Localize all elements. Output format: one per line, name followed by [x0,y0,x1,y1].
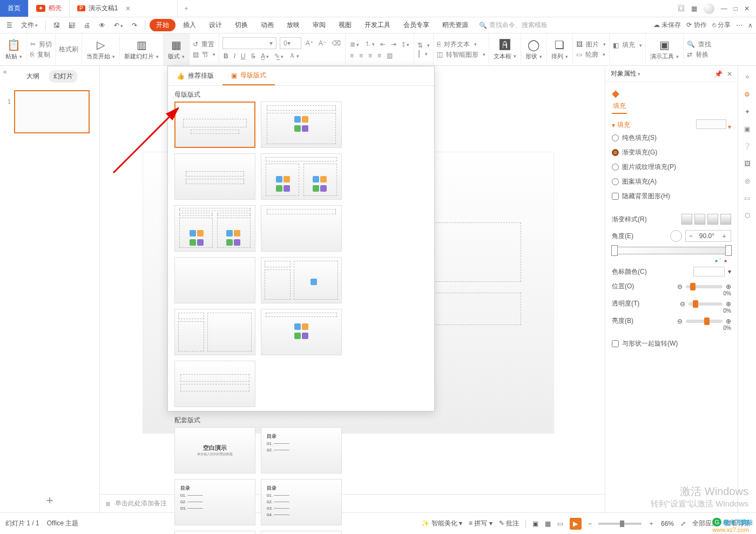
redo-icon[interactable]: ↷ [129,19,140,31]
view-sorter-icon[interactable]: ▦ [545,520,551,528]
format-painter-button[interactable]: 格式刷 [59,45,78,54]
decrease-font-icon[interactable]: A⁻ [318,38,327,48]
share-button[interactable]: ⎋ 分享 [712,21,731,30]
layout-picture-caption[interactable] [174,309,255,355]
pin-icon[interactable]: 📌 [714,70,723,78]
play-from-current[interactable]: ▷ 当页开始 [82,33,120,65]
apps-grid-icon[interactable]: ▦ [691,5,697,12]
align-text-button[interactable]: ⎘ 对齐文本 [437,40,485,49]
close-window-icon[interactable]: ✕ [744,5,750,12]
menu-tab-devtools[interactable]: 开发工具 [359,18,396,32]
spellcheck-button[interactable]: ≡ 拼写 ▾ [469,519,492,528]
layout-comparison[interactable] [174,205,255,252]
app-menu-icon[interactable]: ☰ [3,19,16,31]
new-tab-button[interactable]: ＋ [178,0,195,17]
view-reading-icon[interactable]: ▭ [557,520,563,528]
copy-button[interactable]: ⎘ 复制 [30,50,52,59]
undo-icon[interactable]: ↶ [111,19,126,31]
avatar-icon[interactable] [704,3,714,14]
fill-solid[interactable]: 纯色填充(S) [612,131,731,145]
unsaved-indicator[interactable]: ☁ 未保存 [653,21,681,30]
menu-tab-design[interactable]: 设计 [204,18,227,32]
location-icon[interactable]: ◎ [745,177,750,185]
menu-tab-view[interactable]: 视图 [333,18,357,32]
command-search[interactable]: 🔍查找命令、搜索模板 [479,21,548,30]
increase-font-icon[interactable]: A⁺ [305,38,314,48]
layout-button[interactable]: ▦ 版式 [164,33,190,65]
export-icon[interactable]: 🗟 [65,19,78,31]
bold-icon[interactable]: B [222,51,230,61]
opacity-slider[interactable] [688,302,723,306]
close-tab-icon[interactable]: ✕ [125,5,131,12]
section-button[interactable]: ▤ 节 [193,50,215,59]
vertical-align-icon[interactable]: ⎮ [417,50,430,58]
gradient-bar[interactable] [612,247,731,254]
fill-tab[interactable]: 填充 [612,102,627,114]
panel-title[interactable]: 对象属性 [611,69,640,78]
menu-tab-animation[interactable]: 动画 [255,18,279,32]
layout-section-header[interactable] [174,153,255,200]
fill-button[interactable]: ◧ 填充 [613,40,642,50]
comments-button[interactable]: ✎ 批注 [499,519,519,528]
tab-docer[interactable]: ✦ 稻壳 [29,0,70,17]
tab-home[interactable]: 首页 [0,0,29,17]
font-color-icon[interactable]: A̲ [260,51,270,61]
hide-bg-shapes[interactable]: 隐藏背景图形(H) [612,189,731,204]
preview-icon[interactable]: 👁 [96,19,109,31]
device-icon[interactable]: ▭ [744,194,750,202]
layout-title-content[interactable] [261,102,342,148]
layout-blank[interactable] [174,257,255,303]
replace-button[interactable]: ⇄ 替换 [687,50,711,59]
close-panel-icon[interactable]: ✕ [727,70,732,78]
more-menu-icon[interactable]: ⋯ [736,22,742,29]
smart-shape-button[interactable]: ◫ 转智能图形 [437,50,485,59]
columns-icon[interactable]: ▥ [386,51,394,60]
plus-icon[interactable]: ⊕ [726,283,731,290]
stop-color-select[interactable] [693,267,725,276]
font-size-select[interactable]: 0 ▾ [280,37,301,49]
suite-layout-6[interactable]: 目录01. ───02. ───03. ───04. ─── [261,531,342,534]
font-family-select[interactable]: ▾ [222,37,276,49]
remove-stop-icon[interactable]: ⬥⁻ [724,256,731,264]
maximize-icon[interactable]: □ [734,5,738,12]
fill-gradient[interactable]: 渐变填充(G) [612,145,731,160]
paste-label[interactable]: 粘贴 [5,52,22,60]
highlight-icon[interactable]: ✎̲ [273,51,285,61]
text-effects-icon[interactable]: Ａ [288,50,300,62]
suite-layout-5[interactable]: 目录01. ───02. ───03. ───04. ─── [174,531,255,534]
picture-button[interactable]: 🖼 图片 [576,40,606,49]
print-icon[interactable]: 🖨 [80,19,93,31]
fill-pattern[interactable]: 图案填充(A) [612,174,731,189]
menu-tab-transition[interactable]: 切换 [230,18,253,32]
menu-tab-member[interactable]: 会员专享 [398,18,435,32]
suite-layout-3[interactable]: 目录01. ─────02. ─────03. ───── [174,479,255,525]
paste-icon[interactable]: 📋 [7,38,21,51]
fill-category-icon[interactable]: ◆ [612,88,619,99]
layout-switch-icon[interactable]: ⿴ [678,5,685,12]
indent-inc-icon[interactable]: ⇥ [390,39,397,49]
collapse-panel-icon[interactable]: « [3,68,7,76]
align-center-icon[interactable]: ≡ [358,51,364,60]
layers-icon[interactable]: ▣ [744,125,750,133]
menu-tab-slideshow[interactable]: 放映 [281,18,305,32]
help-icon[interactable]: ❔ [743,143,751,150]
coop-button[interactable]: ⟳ 协作 [686,21,706,30]
menu-tab-review[interactable]: 审阅 [307,18,331,32]
underline-icon[interactable]: U [240,51,247,61]
star-icon[interactable]: ✦ [745,108,750,116]
layout-vertical-title[interactable] [174,361,255,407]
numbering-icon[interactable]: ⒈ [363,38,376,50]
assistant-icon[interactable]: ✧ [745,73,750,81]
shape-button[interactable]: ◯形状 [521,33,547,65]
fill-swatch[interactable] [696,119,726,129]
reset-button[interactable]: ↺ 重置 [193,40,215,49]
layout-content-caption[interactable] [261,257,342,303]
gradient-stop-left[interactable] [611,245,618,256]
add-slide-button[interactable]: ＋ [0,492,99,508]
strike-icon[interactable]: S̶ [250,51,256,61]
bullets-icon[interactable]: ≣ [349,39,360,49]
gradient-style-picker[interactable] [681,214,731,225]
fit-icon[interactable]: ⤢ [680,520,686,528]
gradient-stop-right[interactable] [725,245,732,256]
suite-layout-2[interactable]: 目录01. ─────02. ───── [261,427,342,474]
